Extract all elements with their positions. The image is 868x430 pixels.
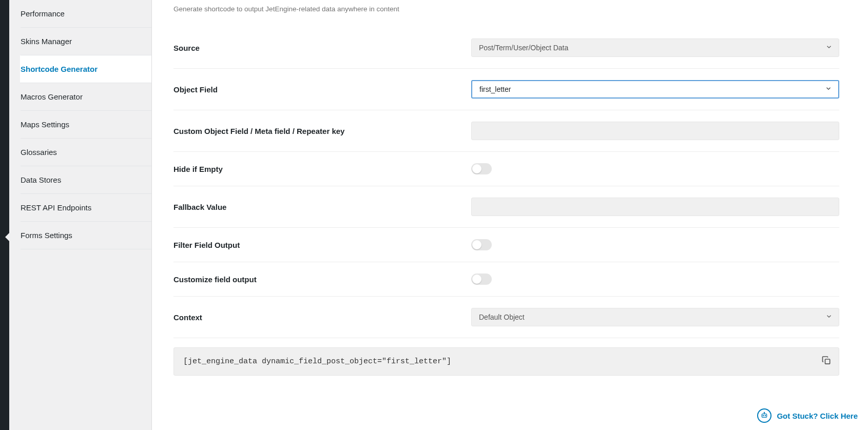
wp-admin-bar-collapsed[interactable] xyxy=(0,0,9,430)
sidebar-item-data-stores[interactable]: Data Stores xyxy=(21,166,151,194)
toggle-customize-output[interactable] xyxy=(471,273,492,285)
field-row-custom-object: Custom Object Field / Meta field / Repea… xyxy=(173,110,839,152)
copy-button[interactable] xyxy=(821,355,832,368)
toggle-filter-output[interactable] xyxy=(471,239,492,250)
toggle-knob xyxy=(472,164,481,173)
select-source-value: Post/Term/User/Object Data xyxy=(479,44,568,52)
svg-rect-0 xyxy=(825,359,830,364)
label-object-field: Object Field xyxy=(173,85,471,94)
select-source[interactable]: Post/Term/User/Object Data xyxy=(471,38,839,57)
settings-sidebar: Performance Skins Manager Shortcode Gene… xyxy=(9,0,152,430)
field-row-object-field: Object Field first_letter xyxy=(173,69,839,110)
sidebar-item-skins-manager[interactable]: Skins Manager xyxy=(21,28,151,55)
toggle-knob xyxy=(472,240,481,249)
chevron-down-icon xyxy=(825,44,833,52)
label-filter-output: Filter Field Output xyxy=(173,241,471,249)
sidebar-item-macros-generator[interactable]: Macros Generator xyxy=(21,83,151,111)
label-fallback: Fallback Value xyxy=(173,203,471,211)
field-row-filter-output: Filter Field Output xyxy=(173,228,839,262)
sidebar-item-glossaries[interactable]: Glossaries xyxy=(21,139,151,166)
label-source: Source xyxy=(173,44,471,52)
main-content: Generate shortcode to output JetEngine-r… xyxy=(152,0,868,430)
svg-point-5 xyxy=(764,412,765,413)
toggle-knob xyxy=(472,275,481,284)
sidebar-item-performance[interactable]: Performance xyxy=(21,0,151,28)
page-subtitle: Generate shortcode to output JetEngine-r… xyxy=(173,5,839,13)
sidebar-item-rest-api-endpoints[interactable]: REST API Endpoints xyxy=(21,194,151,222)
field-row-customize-output: Customize field output xyxy=(173,262,839,297)
select-context-value: Default Object xyxy=(479,313,525,321)
label-customize-output: Customize field output xyxy=(173,275,471,284)
shortcode-output: [jet_engine_data dynamic_field_post_obje… xyxy=(173,347,839,376)
robot-icon xyxy=(760,412,768,420)
field-row-source: Source Post/Term/User/Object Data xyxy=(173,27,839,69)
help-badge xyxy=(757,408,771,423)
select-object-field[interactable]: first_letter xyxy=(471,80,839,99)
help-label: Got Stuck? Click Here xyxy=(777,412,858,420)
help-button[interactable]: Got Stuck? Click Here xyxy=(757,408,858,423)
select-object-field-value: first_letter xyxy=(479,85,511,93)
copy-icon xyxy=(821,355,832,365)
field-row-hide-if-empty: Hide if Empty xyxy=(173,152,839,186)
field-row-fallback: Fallback Value xyxy=(173,186,839,228)
sidebar-item-forms-settings[interactable]: Forms Settings xyxy=(21,222,151,249)
label-hide-if-empty: Hide if Empty xyxy=(173,165,471,173)
label-context: Context xyxy=(173,313,471,322)
chevron-down-icon xyxy=(825,85,832,94)
input-fallback[interactable] xyxy=(471,198,839,216)
shortcode-text: [jet_engine_data dynamic_field_post_obje… xyxy=(183,357,451,366)
select-context[interactable]: Default Object xyxy=(471,308,839,326)
chevron-down-icon xyxy=(825,313,833,322)
sidebar-item-shortcode-generator[interactable]: Shortcode Generator xyxy=(20,55,151,83)
field-row-context: Context Default Object xyxy=(173,297,839,338)
input-custom-object[interactable] xyxy=(471,122,839,140)
svg-point-3 xyxy=(765,415,766,416)
toggle-hide-if-empty[interactable] xyxy=(471,163,492,174)
sidebar-item-maps-settings[interactable]: Maps Settings xyxy=(21,111,151,139)
label-custom-object: Custom Object Field / Meta field / Repea… xyxy=(173,127,471,135)
svg-point-2 xyxy=(763,415,764,416)
